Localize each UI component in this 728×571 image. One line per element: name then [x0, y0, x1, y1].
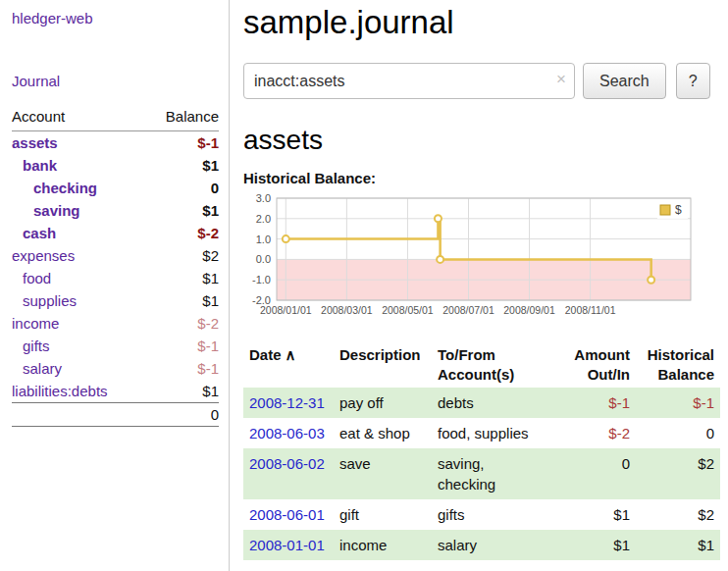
register-header-date[interactable]: Date∧	[243, 341, 334, 388]
amount-cell: 0	[561, 448, 636, 499]
search-button[interactable]: Search	[583, 63, 666, 99]
account-name-cell: expenses	[12, 244, 145, 267]
account-balance: $1	[145, 154, 219, 177]
date-cell: 2008-06-01	[243, 499, 334, 530]
data-point-marker	[648, 277, 654, 284]
main-content: sample.journal × Search ? assets Histori…	[230, 0, 728, 571]
transaction-date-link[interactable]: 2008-06-02	[249, 455, 325, 472]
amount-cell: $1	[561, 530, 636, 560]
register-row: 2008-06-02savesaving, checking0$2	[243, 448, 720, 499]
legend-swatch	[660, 205, 670, 215]
balance-cell: 0	[636, 418, 720, 448]
description-cell: save	[334, 448, 432, 499]
account-row: income$-2	[12, 312, 219, 335]
chart-title: Historical Balance:	[243, 170, 720, 186]
account-balance: $1	[145, 380, 219, 403]
account-link[interactable]: food	[23, 270, 51, 286]
account-row: expenses$2	[12, 244, 219, 267]
account-row: liabilities:debts$1	[12, 380, 219, 403]
register-header-amount: Amount Out/In	[561, 341, 636, 388]
register-row: 2008-12-31pay offdebts$-1$-1	[243, 388, 720, 418]
account-link[interactable]: assets	[12, 134, 58, 151]
register-header-accounts: To/From Account(s)	[432, 341, 561, 388]
account-row: saving$1	[12, 199, 219, 222]
account-link[interactable]: income	[12, 315, 59, 332]
balance-cell: $2	[636, 448, 720, 499]
account-balance: $1	[145, 267, 219, 289]
balance-cell: $2	[636, 499, 720, 530]
amount-cell: $-2	[561, 418, 636, 448]
date-cell: 2008-01-01	[243, 530, 334, 560]
account-link[interactable]: checking	[33, 180, 97, 196]
account-balance: $-2	[145, 222, 219, 244]
account-link[interactable]: gifts	[23, 337, 50, 354]
account-name-cell: liabilities:debts	[12, 380, 145, 403]
accounts-total-value: 0	[145, 403, 219, 427]
account-name-cell: income	[12, 312, 145, 335]
transaction-date-link[interactable]: 2008-01-01	[249, 537, 325, 553]
transaction-date-link[interactable]: 2008-06-03	[249, 425, 325, 441]
transaction-date-link[interactable]: 2008-12-31	[249, 394, 325, 411]
register-table: Date∧ Description To/From Account(s) Amo…	[243, 341, 720, 560]
account-balance: $-1	[145, 357, 219, 380]
account-link[interactable]: liabilities:debts	[12, 383, 108, 399]
accounts-header-row: Account Balance	[12, 105, 219, 131]
svg-text:1.0: 1.0	[256, 234, 271, 245]
account-link[interactable]: saving	[33, 202, 80, 219]
account-balance: $1	[145, 199, 219, 222]
accounts-cell: saving, checking	[432, 448, 561, 499]
date-cell: 2008-06-02	[243, 448, 334, 499]
account-row: supplies$1	[12, 289, 219, 312]
account-row: food$1	[12, 267, 219, 289]
svg-text:2008/03/01: 2008/03/01	[321, 304, 373, 316]
page-title: sample.journal	[243, 4, 720, 41]
svg-text:2008/07/01: 2008/07/01	[442, 304, 494, 316]
register-header-balance: Historical Balance	[636, 341, 720, 388]
account-name-cell: cash	[12, 222, 145, 244]
account-link[interactable]: salary	[23, 360, 62, 377]
svg-text:3.0: 3.0	[256, 192, 271, 204]
help-button[interactable]: ?	[676, 63, 710, 99]
description-cell: income	[334, 530, 432, 560]
svg-text:2.0: 2.0	[256, 213, 271, 225]
accounts-total-row: 0	[12, 403, 219, 427]
account-link[interactable]: supplies	[23, 292, 77, 309]
accounts-cell: food, supplies	[432, 418, 561, 448]
account-name-cell: assets	[12, 131, 145, 155]
account-link[interactable]: expenses	[12, 247, 75, 264]
data-point-marker	[435, 215, 442, 222]
amount-cell: $-1	[561, 388, 636, 418]
accounts-total-spacer	[12, 403, 145, 427]
accounts-body: assets$-1bank$1checking0saving$1cash$-2e…	[12, 131, 219, 403]
account-name-cell: bank	[12, 154, 145, 177]
search-input[interactable]	[243, 63, 575, 99]
account-name-cell: supplies	[12, 289, 145, 312]
accounts-table: Account Balance assets$-1bank$1checking0…	[12, 105, 219, 427]
account-balance: $-2	[145, 312, 219, 335]
account-row: cash$-2	[12, 222, 219, 244]
account-name-cell: food	[12, 267, 145, 289]
account-balance: 0	[145, 177, 219, 199]
accounts-cell: gifts	[432, 499, 561, 530]
account-row: gifts$-1	[12, 335, 219, 357]
page: hledger-web Journal Account Balance asse…	[0, 0, 728, 571]
account-balance: $1	[145, 289, 219, 312]
description-cell: gift	[334, 499, 432, 530]
sidebar-item-journal[interactable]: Journal	[12, 73, 60, 89]
register-row: 2008-06-01giftgifts$1$2	[243, 499, 720, 530]
svg-text:-1.0: -1.0	[252, 274, 271, 286]
accounts-cell: debts	[432, 388, 561, 418]
transaction-date-link[interactable]: 2008-06-01	[249, 506, 325, 523]
balance-cell: $1	[636, 530, 720, 560]
account-link[interactable]: bank	[23, 157, 57, 174]
register-header-row: Date∧ Description To/From Account(s) Amo…	[243, 341, 720, 388]
account-balance: $-1	[145, 131, 219, 155]
svg-text:2008/05/01: 2008/05/01	[382, 304, 434, 316]
balance-chart[interactable]: 3.02.01.00.0-1.0-2.02008/01/012008/03/01…	[243, 192, 720, 332]
app-title-link[interactable]: hledger-web	[12, 10, 93, 26]
account-name-cell: checking	[12, 177, 145, 199]
account-link[interactable]: cash	[23, 225, 56, 241]
svg-text:2008/01/01: 2008/01/01	[260, 304, 312, 316]
register-row: 2008-06-03eat & shopfood, supplies$-20	[243, 418, 720, 448]
clear-search-icon[interactable]: ×	[556, 71, 566, 87]
